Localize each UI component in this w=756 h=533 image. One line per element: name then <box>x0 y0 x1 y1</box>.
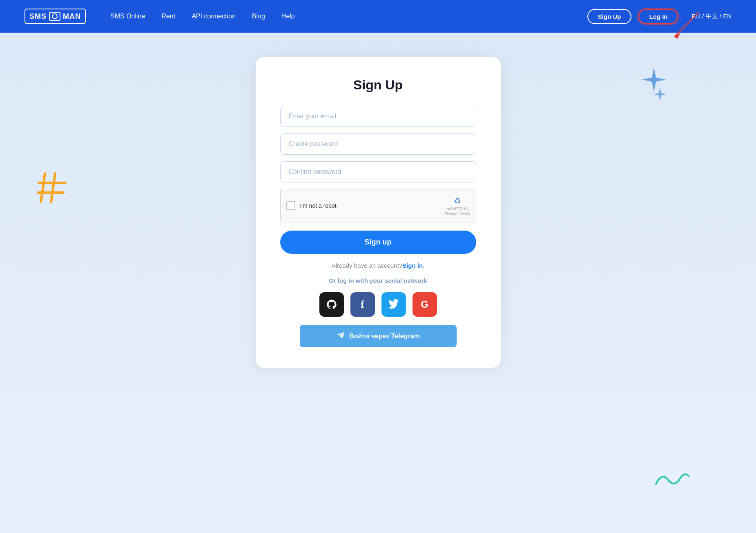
account-text: Already have an account?Sign in. <box>280 262 476 269</box>
nav-signup-button[interactable]: Sign Up <box>587 9 632 24</box>
logo-text: SMS <box>29 12 47 21</box>
github-login-button[interactable] <box>319 292 344 317</box>
navbar: SMS MAN SMS Online Rent API connection B… <box>0 0 756 33</box>
svg-line-3 <box>51 173 55 202</box>
deco-sparkles-icon <box>633 65 666 102</box>
page-background: Sign Up I'm not a robot ♻ reCAPTCHA Priv… <box>0 33 756 533</box>
google-login-button[interactable]: G <box>413 292 437 317</box>
deco-squiggle-icon <box>654 468 691 492</box>
nav-actions: Sign Up Log In RU / 中文 / EN <box>587 9 731 24</box>
password-group <box>280 133 476 155</box>
signup-card: Sign Up I'm not a robot ♻ reCAPTCHA Priv… <box>256 57 501 368</box>
logo[interactable]: SMS MAN <box>25 9 86 24</box>
telegram-btn-label: Войти через Telegram <box>349 333 420 340</box>
social-label: Or log in with your social network <box>280 277 476 284</box>
card-title: Sign Up <box>280 78 476 93</box>
recaptcha-brand: reCAPTCHA <box>447 207 468 211</box>
recaptcha-widget[interactable]: I'm not a robot ♻ reCAPTCHA Privacy - Te… <box>280 189 476 222</box>
twitter-login-button[interactable] <box>381 292 406 317</box>
recaptcha-left: I'm not a robot <box>286 201 337 210</box>
recaptcha-checkbox[interactable] <box>286 201 295 210</box>
nav-links: SMS Online Rent API connection Blog Help <box>110 13 587 20</box>
language-switcher[interactable]: RU / 中文 / EN <box>691 13 731 20</box>
nav-login-button[interactable]: Log In <box>638 9 678 24</box>
telegram-icon <box>336 331 345 342</box>
logo-icon <box>49 12 60 21</box>
email-group <box>280 106 476 127</box>
password-input[interactable] <box>280 133 476 155</box>
recaptcha-logo-icon: ♻ <box>454 196 461 206</box>
recaptcha-label: I'm not a robot <box>300 202 337 209</box>
confirm-password-group <box>280 161 476 182</box>
deco-hashtag-icon <box>37 171 69 208</box>
signup-submit-button[interactable]: Sign up <box>280 231 476 254</box>
nav-blog[interactable]: Blog <box>252 13 265 20</box>
logo-sub: MAN <box>63 12 81 21</box>
already-text: Already have an account? <box>332 262 402 269</box>
signin-link[interactable]: Sign in <box>402 262 423 269</box>
telegram-login-button[interactable]: Войти через Telegram <box>300 325 457 347</box>
svg-line-2 <box>41 173 45 202</box>
recaptcha-links: Privacy - Terms <box>445 211 470 215</box>
social-icons: f G <box>280 292 476 317</box>
confirm-password-input[interactable] <box>280 161 476 182</box>
facebook-login-button[interactable]: f <box>350 292 375 317</box>
recaptcha-logo: ♻ reCAPTCHA Privacy - Terms <box>445 196 470 215</box>
nav-rent[interactable]: Rent <box>161 13 175 20</box>
nav-api[interactable]: API connection <box>192 13 236 20</box>
nav-sms-online[interactable]: SMS Online <box>110 13 145 20</box>
email-input[interactable] <box>280 106 476 127</box>
period: . <box>423 262 424 269</box>
nav-help[interactable]: Help <box>281 13 295 20</box>
